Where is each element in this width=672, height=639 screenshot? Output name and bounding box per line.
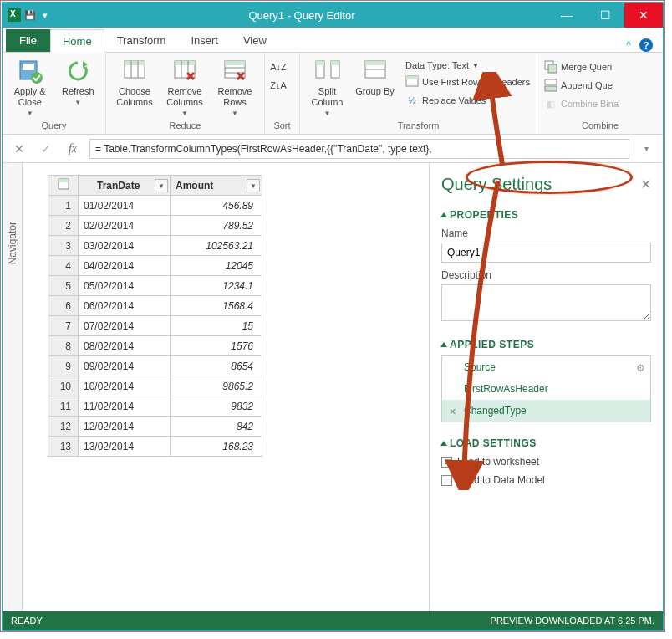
cell-trandate[interactable]: 01/02/2014 [79, 196, 171, 216]
settings-title: Query Settings [441, 175, 552, 194]
tab-home[interactable]: Home [50, 29, 104, 53]
column-header-trandate[interactable]: TranDate ▼ [79, 176, 171, 196]
tab-insert[interactable]: Insert [178, 28, 231, 52]
qat-dropdown-icon[interactable]: ▾ [39, 9, 51, 21]
column-header-amount[interactable]: Amount ▼ [171, 176, 262, 196]
grid-corner[interactable] [48, 176, 79, 196]
table-row[interactable]: 2 02/02/2014 789.52 [48, 216, 262, 236]
table-row[interactable]: 8 08/02/2014 1576 [48, 336, 262, 356]
help-icon[interactable]: ? [639, 38, 653, 52]
refresh-button[interactable]: Refresh ▼ [56, 54, 101, 106]
applied-step[interactable]: ✕ChangedType [442, 400, 650, 422]
split-column-button[interactable]: Split Column ▼ [305, 54, 349, 117]
cell-trandate[interactable]: 06/02/2014 [79, 296, 171, 316]
properties-heading[interactable]: PROPERTIES [441, 209, 651, 221]
cell-amount[interactable]: 1576 [171, 336, 262, 356]
svg-rect-23 [406, 76, 418, 79]
formula-cancel-button[interactable]: ✕ [9, 139, 29, 159]
settings-close-button[interactable]: ✕ [640, 176, 651, 192]
table-row[interactable]: 5 05/02/2014 1234.1 [48, 276, 262, 296]
cell-amount[interactable]: 789.52 [171, 216, 262, 236]
append-queries-button[interactable]: Append Que [542, 78, 620, 93]
data-type-dropdown[interactable]: Data Type: Text ▼ [404, 59, 532, 71]
table-row[interactable]: 9 09/02/2014 8654 [48, 356, 262, 376]
query-name-input[interactable] [441, 243, 651, 263]
row-number: 3 [48, 236, 79, 256]
table-row[interactable]: 3 03/02/2014 102563.21 [48, 236, 262, 256]
group-by-button[interactable]: Group By [353, 54, 397, 97]
cell-amount[interactable]: 1568.4 [171, 296, 262, 316]
table-row[interactable]: 4 04/02/2014 12045 [48, 256, 262, 276]
merge-queries-button[interactable]: Merge Queri [542, 59, 620, 74]
table-row[interactable]: 10 10/02/2014 9865.2 [48, 376, 262, 396]
minimize-button[interactable]: — [547, 3, 586, 28]
remove-rows-button[interactable]: Remove Rows ▼ [211, 54, 258, 117]
tab-view[interactable]: View [231, 28, 279, 52]
cell-trandate[interactable]: 10/02/2014 [79, 376, 171, 396]
filter-dropdown-icon[interactable]: ▼ [247, 179, 260, 192]
sort-desc-button[interactable]: Z↓A [270, 78, 287, 93]
filter-dropdown-icon[interactable]: ▼ [155, 179, 168, 192]
svg-rect-20 [365, 61, 385, 65]
cell-trandate[interactable]: 09/02/2014 [79, 356, 171, 376]
cell-amount[interactable]: 456.89 [171, 196, 262, 216]
cell-trandate[interactable]: 02/02/2014 [79, 216, 171, 236]
load-worksheet-checkbox[interactable]: ✓ Load to worksheet [441, 456, 651, 468]
apply-close-button[interactable]: Apply & Close ▼ [8, 54, 53, 117]
sort-asc-button[interactable]: A↓Z [270, 59, 287, 74]
cell-trandate[interactable]: 13/02/2014 [79, 437, 171, 457]
choose-columns-button[interactable]: Choose Columns [111, 54, 158, 108]
cell-trandate[interactable]: 11/02/2014 [79, 396, 171, 417]
cell-trandate[interactable]: 05/02/2014 [79, 276, 171, 296]
applied-step[interactable]: Source⚙ [442, 356, 650, 378]
cell-trandate[interactable]: 07/02/2014 [79, 316, 171, 336]
query-description-input[interactable] [441, 284, 651, 321]
cell-amount[interactable]: 1234.1 [171, 276, 262, 296]
status-right: PREVIEW DOWNLOADED AT 6:25 PM. [491, 616, 654, 626]
cell-trandate[interactable]: 12/02/2014 [79, 417, 171, 437]
load-datamodel-checkbox[interactable]: Load to Data Model [441, 474, 651, 486]
tab-transform[interactable]: Transform [104, 28, 179, 52]
cell-amount[interactable]: 12045 [171, 256, 262, 276]
data-grid[interactable]: TranDate ▼ Amount ▼ 1 01/02/2014 456.892… [23, 163, 429, 611]
caret-icon [440, 212, 447, 217]
cell-trandate[interactable]: 08/02/2014 [79, 336, 171, 356]
cell-amount[interactable]: 168.23 [171, 437, 262, 457]
table-row[interactable]: 11 11/02/2014 9832 [48, 396, 262, 417]
applied-steps-heading[interactable]: APPLIED STEPS [441, 339, 651, 350]
delete-step-icon[interactable]: ✕ [449, 404, 456, 419]
load-settings-heading[interactable]: LOAD SETTINGS [441, 437, 651, 449]
applied-step[interactable]: FirstRowAsHeader [442, 378, 650, 400]
table-row[interactable]: 7 07/02/2014 15 [48, 316, 262, 336]
save-icon[interactable]: 💾 [24, 9, 36, 21]
table-row[interactable]: 12 12/02/2014 842 [48, 417, 262, 437]
formula-accept-button[interactable]: ✓ [36, 139, 56, 159]
formula-expand-button[interactable]: ▾ [636, 139, 656, 159]
row-number: 11 [48, 396, 79, 417]
remove-columns-button[interactable]: Remove Columns ▼ [161, 54, 208, 117]
cell-trandate[interactable]: 03/02/2014 [79, 236, 171, 256]
cell-amount[interactable]: 9865.2 [171, 376, 262, 396]
cell-amount[interactable]: 9832 [171, 396, 262, 417]
first-row-headers-button[interactable]: Use First Row As Headers [404, 74, 532, 89]
fx-icon[interactable]: fx [63, 139, 83, 159]
cell-trandate[interactable]: 04/02/2014 [79, 256, 171, 276]
close-button[interactable]: ✕ [624, 3, 663, 28]
cell-amount[interactable]: 15 [171, 316, 262, 336]
formula-input[interactable]: = Table.TransformColumnTypes(FirstRowAsH… [89, 139, 629, 159]
svg-rect-1 [23, 64, 34, 70]
row-number: 13 [48, 437, 79, 457]
maximize-button[interactable]: ☐ [586, 3, 624, 28]
table-row[interactable]: 13 13/02/2014 168.23 [48, 437, 262, 457]
group-sort-label: Sort [270, 119, 294, 134]
gear-icon[interactable]: ⚙ [636, 360, 645, 376]
table-row[interactable]: 1 01/02/2014 456.89 [48, 196, 262, 216]
replace-values-button[interactable]: ½Replace Values [404, 93, 532, 108]
navigator-tab[interactable]: Navigator [3, 163, 23, 611]
cell-amount[interactable]: 102563.21 [171, 236, 262, 256]
cell-amount[interactable]: 8654 [171, 356, 262, 376]
table-row[interactable]: 6 06/02/2014 1568.4 [48, 296, 262, 316]
cell-amount[interactable]: 842 [171, 417, 262, 437]
collapse-ribbon-icon[interactable]: ^ [626, 39, 631, 51]
tab-file[interactable]: File [6, 29, 50, 52]
